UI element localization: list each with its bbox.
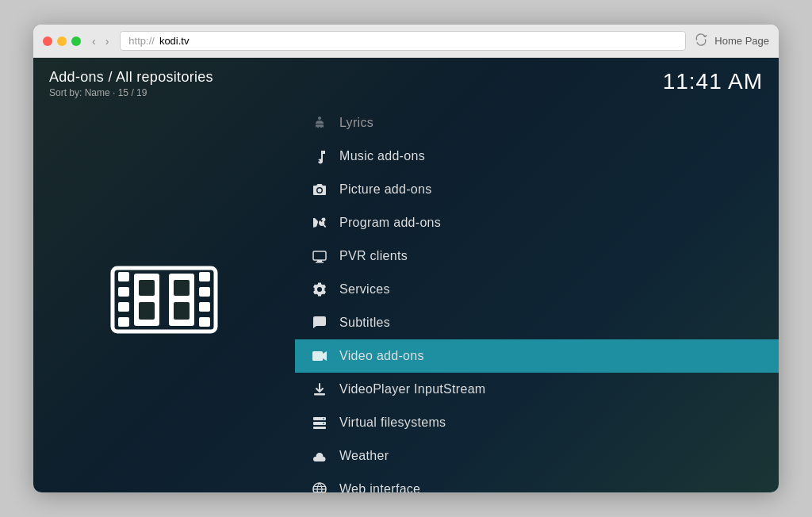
svg-point-25: [323, 423, 324, 424]
svg-point-24: [323, 418, 324, 419]
kodi-left-panel: [33, 106, 295, 492]
menu-item-program-addons[interactable]: Program add-ons: [295, 206, 779, 239]
nav-buttons: ‹ ›: [89, 33, 112, 49]
menu-label-picture-addons: Picture add-ons: [339, 182, 432, 197]
menu-item-subtitles[interactable]: Subtitles: [295, 306, 779, 339]
menu-item-lyrics[interactable]: Lyrics: [295, 106, 779, 140]
svg-rect-17: [316, 262, 324, 263]
url-domain: kodi.tv: [159, 35, 190, 47]
kodi-menu: Lyrics Music add-ons: [295, 106, 779, 492]
svg-rect-11: [139, 280, 155, 296]
menu-label-pvr-clients: PVR clients: [339, 249, 408, 263]
menu-label-virtual-fs: Virtual filesystems: [339, 416, 446, 430]
globe-icon: [311, 481, 328, 492]
svg-rect-23: [313, 427, 326, 429]
svg-rect-1: [118, 272, 129, 281]
gear-icon: [311, 281, 328, 298]
menu-item-picture-addons[interactable]: Picture add-ons: [295, 173, 779, 206]
svg-marker-19: [323, 351, 327, 361]
film-icon: [109, 256, 220, 343]
wrench-icon: [311, 214, 328, 232]
refresh-button[interactable]: [694, 33, 708, 50]
svg-rect-13: [174, 280, 190, 296]
menu-label-weather: Weather: [339, 449, 389, 463]
svg-rect-5: [199, 272, 210, 281]
pvr-icon: [311, 247, 328, 265]
svg-rect-18: [312, 351, 323, 361]
video-icon: [311, 347, 328, 365]
svg-rect-20: [314, 393, 325, 396]
menu-item-web-interface[interactable]: Web interface: [295, 473, 779, 492]
traffic-lights: [43, 36, 81, 46]
kodi-main: Lyrics Music add-ons: [33, 106, 779, 492]
menu-item-virtual-fs[interactable]: Virtual filesystems: [295, 406, 779, 439]
download-icon: [311, 381, 328, 398]
minimize-button[interactable]: [57, 36, 67, 46]
svg-rect-4: [118, 317, 129, 327]
svg-rect-16: [317, 260, 322, 262]
svg-rect-6: [199, 287, 210, 297]
browser-window: ‹ › http:// kodi.tv Home Page Add-ons / …: [33, 25, 779, 492]
browser-actions: Home Page: [694, 33, 769, 50]
chat-icon: [311, 314, 328, 331]
lyrics-icon: [311, 114, 328, 132]
menu-label-services: Services: [339, 282, 390, 297]
browser-chrome: ‹ › http:// kodi.tv Home Page: [33, 25, 779, 58]
virtual-icon: [311, 414, 328, 431]
svg-rect-14: [174, 302, 190, 320]
svg-point-26: [313, 483, 326, 492]
menu-label-videoplayer: VideoPlayer InputStream: [339, 382, 486, 396]
svg-rect-2: [118, 287, 129, 297]
kodi-content: Add-ons / All repositories Sort by: Name…: [33, 58, 779, 492]
camera-icon: [311, 181, 328, 198]
menu-item-weather[interactable]: Weather: [295, 439, 779, 473]
svg-rect-15: [313, 251, 326, 260]
close-button[interactable]: [43, 36, 52, 46]
menu-item-music-addons[interactable]: Music add-ons: [295, 140, 779, 173]
back-button[interactable]: ‹: [89, 33, 99, 49]
page-title: Add-ons / All repositories: [49, 69, 213, 86]
kodi-topbar: Add-ons / All repositories Sort by: Name…: [33, 58, 779, 106]
menu-label-video-addons: Video add-ons: [339, 349, 424, 363]
maximize-button[interactable]: [71, 36, 81, 46]
menu-item-services[interactable]: Services: [295, 273, 779, 306]
home-page-button[interactable]: Home Page: [714, 35, 769, 47]
menu-item-video-addons[interactable]: Video add-ons: [295, 339, 779, 373]
svg-rect-7: [199, 302, 210, 312]
menu-item-videoplayer[interactable]: VideoPlayer InputStream: [295, 373, 779, 406]
svg-rect-12: [139, 302, 155, 320]
url-protocol: http://: [128, 35, 155, 47]
sort-info: Sort by: Name · 15 / 19: [49, 87, 213, 98]
clock: 11:41 AM: [663, 69, 763, 94]
menu-label-lyrics: Lyrics: [339, 116, 373, 130]
svg-rect-3: [118, 302, 129, 312]
menu-item-pvr-clients[interactable]: PVR clients: [295, 239, 779, 273]
url-bar[interactable]: http:// kodi.tv: [120, 31, 686, 51]
menu-label-subtitles: Subtitles: [339, 316, 390, 330]
music-icon: [311, 147, 328, 165]
weather-icon: [311, 447, 328, 465]
forward-button[interactable]: ›: [102, 33, 113, 49]
menu-label-program-addons: Program add-ons: [339, 216, 441, 230]
menu-label-music-addons: Music add-ons: [339, 149, 425, 163]
kodi-title-block: Add-ons / All repositories Sort by: Name…: [49, 69, 213, 98]
menu-label-web-interface: Web interface: [339, 482, 420, 492]
svg-rect-8: [199, 317, 210, 327]
